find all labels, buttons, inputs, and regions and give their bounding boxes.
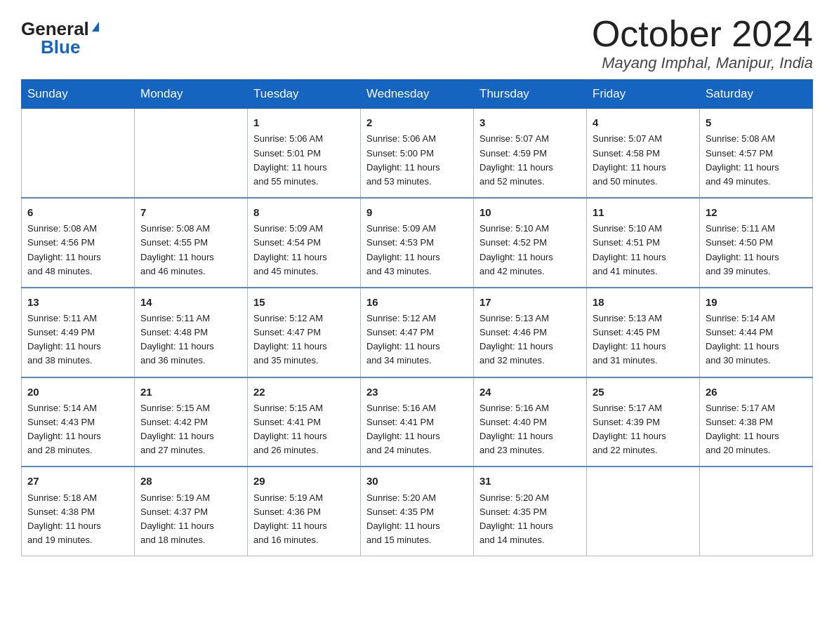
day-number: 8 <box>253 204 355 220</box>
header-cell-saturday: Saturday <box>700 80 813 109</box>
header-cell-thursday: Thursday <box>474 80 587 109</box>
page-header: General Blue October 2024 Mayang Imphal,… <box>21 14 813 72</box>
month-title: October 2024 <box>592 14 813 54</box>
day-number: 7 <box>140 204 241 220</box>
day-number: 24 <box>479 384 581 400</box>
day-number: 10 <box>479 204 581 220</box>
calendar-cell <box>22 109 135 198</box>
calendar-row: 13Sunrise: 5:11 AMSunset: 4:49 PMDayligh… <box>22 288 813 377</box>
day-info: Sunrise: 5:09 AMSunset: 4:53 PMDaylight:… <box>366 222 468 279</box>
calendar-cell: 27Sunrise: 5:18 AMSunset: 4:38 PMDayligh… <box>22 467 135 556</box>
header-cell-sunday: Sunday <box>22 80 135 109</box>
day-number: 15 <box>253 294 355 310</box>
day-info: Sunrise: 5:16 AMSunset: 4:40 PMDaylight:… <box>479 401 581 458</box>
day-info: Sunrise: 5:10 AMSunset: 4:52 PMDaylight:… <box>479 222 581 279</box>
day-info: Sunrise: 5:08 AMSunset: 4:55 PMDaylight:… <box>140 222 241 279</box>
calendar-cell: 22Sunrise: 5:15 AMSunset: 4:41 PMDayligh… <box>248 377 361 467</box>
day-info: Sunrise: 5:15 AMSunset: 4:42 PMDaylight:… <box>140 401 241 458</box>
day-number: 11 <box>593 204 694 220</box>
day-number: 19 <box>706 294 807 310</box>
day-info: Sunrise: 5:06 AMSunset: 5:00 PMDaylight:… <box>366 132 468 189</box>
day-info: Sunrise: 5:15 AMSunset: 4:41 PMDaylight:… <box>253 401 355 458</box>
calendar-cell: 24Sunrise: 5:16 AMSunset: 4:40 PMDayligh… <box>474 377 587 467</box>
calendar-cell: 28Sunrise: 5:19 AMSunset: 4:37 PMDayligh… <box>135 467 248 556</box>
day-info: Sunrise: 5:14 AMSunset: 4:44 PMDaylight:… <box>706 311 807 368</box>
calendar-cell: 1Sunrise: 5:06 AMSunset: 5:01 PMDaylight… <box>248 109 361 198</box>
calendar-cell: 19Sunrise: 5:14 AMSunset: 4:44 PMDayligh… <box>700 288 813 377</box>
day-info: Sunrise: 5:13 AMSunset: 4:46 PMDaylight:… <box>479 311 581 368</box>
day-number: 17 <box>479 294 581 310</box>
header-cell-friday: Friday <box>587 80 700 109</box>
day-number: 14 <box>140 294 241 310</box>
calendar-cell: 25Sunrise: 5:17 AMSunset: 4:39 PMDayligh… <box>587 377 700 467</box>
calendar-cell: 26Sunrise: 5:17 AMSunset: 4:38 PMDayligh… <box>700 377 813 467</box>
day-info: Sunrise: 5:08 AMSunset: 4:56 PMDaylight:… <box>27 222 128 279</box>
day-info: Sunrise: 5:06 AMSunset: 5:01 PMDaylight:… <box>253 132 355 189</box>
calendar-cell: 2Sunrise: 5:06 AMSunset: 5:00 PMDaylight… <box>361 109 474 198</box>
day-number: 21 <box>140 384 241 400</box>
calendar-cell: 8Sunrise: 5:09 AMSunset: 4:54 PMDaylight… <box>248 198 361 288</box>
title-block: October 2024 Mayang Imphal, Manipur, Ind… <box>592 14 813 72</box>
calendar-cell: 4Sunrise: 5:07 AMSunset: 4:58 PMDaylight… <box>587 109 700 198</box>
day-info: Sunrise: 5:07 AMSunset: 4:59 PMDaylight:… <box>479 132 581 189</box>
calendar-header: SundayMondayTuesdayWednesdayThursdayFrid… <box>22 80 813 109</box>
header-cell-wednesday: Wednesday <box>361 80 474 109</box>
day-info: Sunrise: 5:11 AMSunset: 4:50 PMDaylight:… <box>706 222 807 279</box>
day-number: 31 <box>479 473 581 489</box>
day-info: Sunrise: 5:17 AMSunset: 4:38 PMDaylight:… <box>706 401 807 458</box>
calendar-cell: 15Sunrise: 5:12 AMSunset: 4:47 PMDayligh… <box>248 288 361 377</box>
day-info: Sunrise: 5:07 AMSunset: 4:58 PMDaylight:… <box>593 132 694 189</box>
calendar-cell: 16Sunrise: 5:12 AMSunset: 4:47 PMDayligh… <box>361 288 474 377</box>
calendar-row: 20Sunrise: 5:14 AMSunset: 4:43 PMDayligh… <box>22 377 813 467</box>
calendar-cell: 13Sunrise: 5:11 AMSunset: 4:49 PMDayligh… <box>22 288 135 377</box>
calendar-cell: 29Sunrise: 5:19 AMSunset: 4:36 PMDayligh… <box>248 467 361 556</box>
calendar-row: 1Sunrise: 5:06 AMSunset: 5:01 PMDaylight… <box>22 109 813 198</box>
calendar-cell: 23Sunrise: 5:16 AMSunset: 4:41 PMDayligh… <box>361 377 474 467</box>
day-info: Sunrise: 5:19 AMSunset: 4:37 PMDaylight:… <box>140 491 241 548</box>
calendar-cell: 14Sunrise: 5:11 AMSunset: 4:48 PMDayligh… <box>135 288 248 377</box>
day-info: Sunrise: 5:13 AMSunset: 4:45 PMDaylight:… <box>593 311 694 368</box>
location-text: Mayang Imphal, Manipur, India <box>592 54 813 72</box>
calendar-row: 6Sunrise: 5:08 AMSunset: 4:56 PMDaylight… <box>22 198 813 288</box>
calendar-cell: 31Sunrise: 5:20 AMSunset: 4:35 PMDayligh… <box>474 467 587 556</box>
calendar-cell: 20Sunrise: 5:14 AMSunset: 4:43 PMDayligh… <box>22 377 135 467</box>
day-number: 9 <box>366 204 468 220</box>
day-number: 12 <box>706 204 807 220</box>
calendar-cell <box>135 109 248 198</box>
header-cell-tuesday: Tuesday <box>248 80 361 109</box>
calendar-cell: 17Sunrise: 5:13 AMSunset: 4:46 PMDayligh… <box>474 288 587 377</box>
calendar-cell: 3Sunrise: 5:07 AMSunset: 4:59 PMDaylight… <box>474 109 587 198</box>
day-number: 18 <box>593 294 694 310</box>
header-cell-monday: Monday <box>135 80 248 109</box>
logo-blue-text: Blue <box>41 38 80 56</box>
day-info: Sunrise: 5:18 AMSunset: 4:38 PMDaylight:… <box>27 491 128 548</box>
day-number: 2 <box>366 114 468 130</box>
day-info: Sunrise: 5:14 AMSunset: 4:43 PMDaylight:… <box>27 401 128 458</box>
calendar-cell: 10Sunrise: 5:10 AMSunset: 4:52 PMDayligh… <box>474 198 587 288</box>
day-number: 1 <box>253 114 355 130</box>
day-number: 3 <box>479 114 581 130</box>
calendar-cell <box>587 467 700 556</box>
logo: General Blue <box>21 14 99 56</box>
day-info: Sunrise: 5:10 AMSunset: 4:51 PMDaylight:… <box>593 222 694 279</box>
day-info: Sunrise: 5:16 AMSunset: 4:41 PMDaylight:… <box>366 401 468 458</box>
day-number: 25 <box>593 384 694 400</box>
day-number: 23 <box>366 384 468 400</box>
day-info: Sunrise: 5:09 AMSunset: 4:54 PMDaylight:… <box>253 222 355 279</box>
header-row: SundayMondayTuesdayWednesdayThursdayFrid… <box>22 80 813 109</box>
day-number: 13 <box>27 294 128 310</box>
day-info: Sunrise: 5:11 AMSunset: 4:48 PMDaylight:… <box>140 311 241 368</box>
calendar-cell <box>700 467 813 556</box>
calendar-cell: 21Sunrise: 5:15 AMSunset: 4:42 PMDayligh… <box>135 377 248 467</box>
calendar-cell: 6Sunrise: 5:08 AMSunset: 4:56 PMDaylight… <box>22 198 135 288</box>
calendar-cell: 9Sunrise: 5:09 AMSunset: 4:53 PMDaylight… <box>361 198 474 288</box>
day-number: 30 <box>366 473 468 489</box>
calendar-cell: 18Sunrise: 5:13 AMSunset: 4:45 PMDayligh… <box>587 288 700 377</box>
day-info: Sunrise: 5:12 AMSunset: 4:47 PMDaylight:… <box>253 311 355 368</box>
day-info: Sunrise: 5:20 AMSunset: 4:35 PMDaylight:… <box>479 491 581 548</box>
day-number: 5 <box>706 114 807 130</box>
day-number: 20 <box>27 384 128 400</box>
calendar-row: 27Sunrise: 5:18 AMSunset: 4:38 PMDayligh… <box>22 467 813 556</box>
day-number: 27 <box>27 473 128 489</box>
calendar-cell: 30Sunrise: 5:20 AMSunset: 4:35 PMDayligh… <box>361 467 474 556</box>
